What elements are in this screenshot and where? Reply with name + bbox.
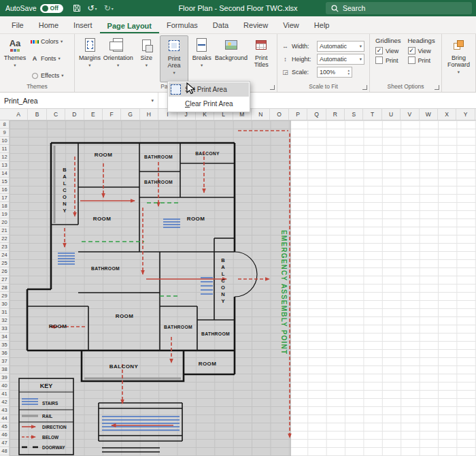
row-header[interactable]: 41: [0, 390, 9, 398]
tab-data[interactable]: Data: [205, 18, 236, 33]
row-header[interactable]: 8: [0, 120, 9, 129]
row-header[interactable]: 47: [0, 439, 9, 447]
row-header[interactable]: 30: [0, 300, 9, 308]
row-header[interactable]: 34: [0, 333, 9, 341]
tab-home[interactable]: Home: [31, 18, 66, 33]
row-header[interactable]: 48: [0, 447, 9, 455]
tab-formulas[interactable]: Formulas: [159, 18, 205, 33]
row-header[interactable]: 18: [0, 202, 9, 210]
menu-item-set-print-area[interactable]: Set Print Area: [169, 82, 249, 97]
column-header[interactable]: U: [382, 109, 401, 120]
name-box[interactable]: Print_Area ▾: [0, 93, 158, 108]
column-header[interactable]: Q: [307, 109, 326, 120]
row-header[interactable]: 45: [0, 423, 9, 431]
chevron-down-icon[interactable]: ▾: [151, 98, 154, 103]
scale-stepper[interactable]: 100%▴▾: [317, 67, 352, 78]
cell-grid[interactable]: [10, 120, 476, 456]
row-header[interactable]: 31: [0, 308, 9, 316]
row-header[interactable]: 14: [0, 169, 9, 178]
row-header[interactable]: 29: [0, 292, 9, 300]
column-header[interactable]: O: [270, 109, 288, 120]
row-header[interactable]: 37: [0, 357, 9, 365]
column-header[interactable]: N: [252, 109, 270, 120]
column-header[interactable]: H: [140, 109, 158, 120]
row-header[interactable]: 15: [0, 178, 9, 186]
column-header[interactable]: W: [420, 109, 438, 120]
row-header[interactable]: 44: [0, 414, 9, 423]
menu-item-clear-print-area[interactable]: Clear Print Area: [169, 97, 249, 111]
row-header[interactable]: 16: [0, 186, 9, 194]
row-header[interactable]: 26: [0, 267, 9, 276]
row-header[interactable]: 35: [0, 341, 9, 349]
row-header[interactable]: 46: [0, 431, 9, 439]
row-header[interactable]: 9: [0, 129, 9, 137]
autosave-toggle[interactable]: AutoSave Off: [0, 4, 69, 13]
row-header[interactable]: 11: [0, 145, 9, 153]
row-header[interactable]: 10: [0, 137, 9, 145]
tab-review[interactable]: Review: [236, 18, 275, 33]
row-header[interactable]: 25: [0, 259, 9, 267]
width-select[interactable]: Automatic▾: [317, 41, 364, 52]
print-area-button[interactable]: Print Area▾: [160, 35, 188, 82]
height-select[interactable]: Automatic▾: [317, 54, 364, 65]
row-header[interactable]: 32: [0, 316, 9, 325]
gridlines-view-checkbox[interactable]: ✓View: [375, 47, 401, 54]
size-button[interactable]: Size▾: [133, 35, 160, 82]
tab-page-layout[interactable]: Page Layout: [100, 18, 159, 34]
row-header[interactable]: 38: [0, 365, 9, 374]
scale-dialog-launcher-icon[interactable]: [362, 85, 367, 90]
row-header[interactable]: 17: [0, 194, 9, 202]
column-header[interactable]: A: [10, 109, 28, 120]
row-header[interactable]: 24: [0, 251, 9, 259]
background-button[interactable]: Background: [216, 35, 248, 82]
breaks-button[interactable]: Breaks▾: [188, 35, 216, 82]
row-header[interactable]: 28: [0, 284, 9, 292]
gridlines-print-checkbox[interactable]: Print: [375, 56, 401, 64]
tab-insert[interactable]: Insert: [66, 18, 100, 33]
print-titles-button[interactable]: Print Titles: [247, 35, 275, 82]
orientation-button[interactable]: Orientation▾: [103, 35, 133, 82]
column-header[interactable]: T: [363, 109, 381, 120]
row-header[interactable]: 20: [0, 218, 9, 227]
column-header[interactable]: P: [289, 109, 307, 120]
colors-button[interactable]: Colors▾: [29, 37, 66, 46]
margins-button[interactable]: Margins▾: [76, 35, 103, 82]
row-header[interactable]: 42: [0, 398, 9, 406]
column-header[interactable]: Y: [456, 109, 475, 120]
headings-view-checkbox[interactable]: ✓View: [408, 47, 435, 54]
row-header[interactable]: 13: [0, 161, 9, 169]
column-header[interactable]: X: [438, 109, 456, 120]
tab-file[interactable]: File: [4, 18, 31, 33]
row-header[interactable]: 23: [0, 243, 9, 251]
row-header[interactable]: 33: [0, 325, 9, 333]
column-header[interactable]: S: [345, 109, 363, 120]
effects-button[interactable]: Effects▾: [29, 71, 66, 80]
redo-button[interactable]: ↻▾: [104, 4, 114, 12]
headings-print-checkbox[interactable]: Print: [408, 56, 435, 64]
column-header[interactable]: V: [401, 109, 419, 120]
row-header[interactable]: 12: [0, 153, 9, 161]
column-header[interactable]: F: [103, 109, 121, 120]
row-header[interactable]: 19: [0, 210, 9, 218]
column-header[interactable]: C: [47, 109, 65, 120]
row-header[interactable]: 43: [0, 406, 9, 414]
bring-forward-button[interactable]: Bring Forward▾: [443, 35, 474, 82]
row-header[interactable]: 27: [0, 276, 9, 284]
row-header[interactable]: 39: [0, 374, 9, 382]
fonts-button[interactable]: A Fonts▾: [29, 54, 66, 63]
tab-view[interactable]: View: [275, 18, 307, 33]
undo-button[interactable]: ↺▾: [88, 4, 97, 12]
tab-help[interactable]: Help: [307, 18, 337, 33]
column-header[interactable]: B: [28, 109, 46, 120]
save-button[interactable]: [73, 4, 81, 12]
page-setup-dialog-launcher-icon[interactable]: [270, 85, 275, 90]
column-header[interactable]: D: [65, 109, 84, 120]
spinner-icon[interactable]: ▴▾: [347, 69, 350, 76]
autosave-pill[interactable]: Off: [40, 4, 63, 13]
column-header[interactable]: R: [326, 109, 345, 120]
themes-button[interactable]: Aa Themes▾: [1, 35, 29, 82]
sheet-options-dialog-launcher-icon[interactable]: [435, 85, 439, 90]
row-header[interactable]: 22: [0, 235, 9, 243]
row-header[interactable]: 36: [0, 349, 9, 357]
column-header[interactable]: E: [84, 109, 103, 120]
